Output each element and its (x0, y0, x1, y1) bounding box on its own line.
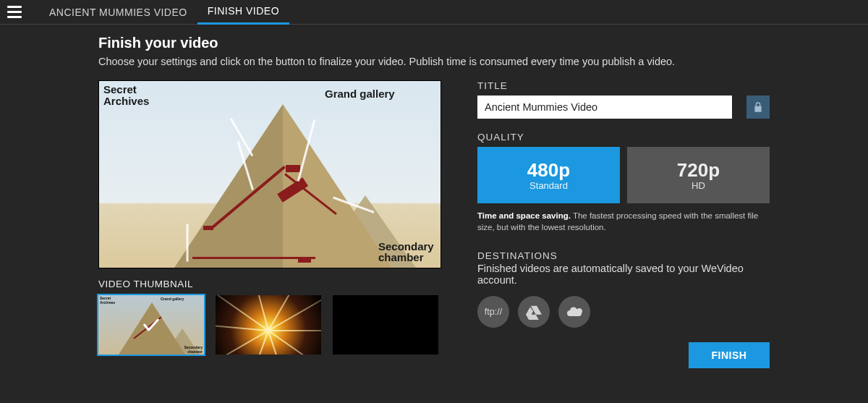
google-drive-icon (526, 304, 542, 320)
thumbnail-1[interactable]: Secret Archives Grand gallery Secondary … (98, 295, 204, 355)
video-thumbnail-label: VIDEO THUMBNAIL (98, 279, 441, 289)
menu-icon[interactable] (7, 3, 26, 22)
destinations-description: Finished videos are automatically saved … (477, 263, 770, 286)
thumbnail-row: Secret Archives Grand gallery Secondary … (98, 295, 441, 355)
quality-res-1: 720p (677, 159, 720, 182)
preview-label-secondary-chamber: Secondary chamber (378, 241, 434, 264)
tab-project[interactable]: ANCIENT MUMMIES VIDEO (39, 0, 197, 25)
finish-button[interactable]: FINISH (689, 342, 770, 368)
checkmark-icon (98, 295, 204, 355)
quality-sub-1: HD (692, 180, 705, 191)
quality-option-480p[interactable]: 480p Standard (477, 147, 620, 203)
video-preview: Secret Archives Grand gallery Secondary … (98, 80, 441, 268)
preview-label-secret-archives: Secret Archives (103, 84, 149, 107)
preview-label-grand-gallery: Grand gallery (325, 88, 395, 100)
destinations-label: DESTINATIONS (477, 250, 770, 261)
page-title: Finish your video (98, 35, 770, 51)
destination-google-drive[interactable] (518, 296, 550, 328)
main-content: Finish your video Choose your settings a… (0, 25, 868, 368)
thumbnail-3[interactable] (333, 295, 438, 355)
quality-res-0: 480p (527, 159, 570, 182)
title-label: TITLE (477, 80, 770, 91)
quality-option-720p[interactable]: 720p HD (627, 147, 770, 203)
tab-finish-video[interactable]: FINISH VIDEO (197, 0, 289, 25)
destination-onedrive[interactable] (558, 296, 590, 328)
top-bar: ANCIENT MUMMIES VIDEO FINISH VIDEO (0, 0, 868, 25)
destination-ftp[interactable]: ftp:// (477, 296, 509, 328)
quality-description: Time and space saving. The fastest proce… (477, 211, 770, 233)
page-subtitle: Choose your settings and click on the bu… (98, 56, 770, 67)
title-input[interactable] (477, 96, 732, 119)
lock-icon (752, 101, 764, 113)
lock-button[interactable] (746, 96, 770, 119)
quality-label: QUALITY (477, 132, 770, 143)
quality-sub-0: Standard (529, 180, 568, 191)
thumbnail-2[interactable] (216, 295, 321, 355)
cloud-icon (566, 303, 583, 321)
